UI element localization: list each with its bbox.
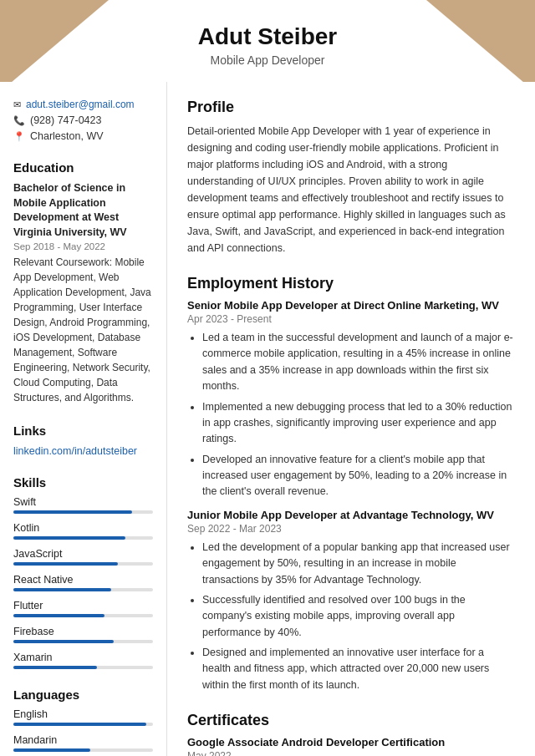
edu-coursework: Relevant Coursework: Mobile App Developm… xyxy=(13,255,153,405)
languages-list: English Mandarin xyxy=(13,708,153,752)
skill-bar-fill xyxy=(13,588,111,591)
contact-section: ✉ adut.steiber@gmail.com 📞 (928) 747-042… xyxy=(13,99,153,142)
job-bullets: Led the development of a popular banking… xyxy=(187,540,515,693)
language-bar-fill xyxy=(13,748,90,752)
skill-bar-fill xyxy=(13,666,97,669)
skill-bar-bg xyxy=(13,562,153,566)
bullet-item: Led a team in the successful development… xyxy=(202,330,515,395)
languages-label: Languages xyxy=(13,688,153,702)
sidebar: ✉ adut.steiber@gmail.com 📞 (928) 747-042… xyxy=(0,82,167,756)
email-item: ✉ adut.steiber@gmail.com xyxy=(13,99,153,110)
skill-name: Firebase xyxy=(13,626,153,637)
cert-date: May 2022 xyxy=(187,750,515,756)
main-layout: ✉ adut.steiber@gmail.com 📞 (928) 747-042… xyxy=(0,82,535,756)
job-bullets: Led a team in the successful development… xyxy=(187,330,515,500)
content: Profile Detail-oriented Mobile App Devel… xyxy=(167,82,535,756)
profile-text: Detail-oriented Mobile App Developer wit… xyxy=(187,123,515,256)
email-icon: ✉ xyxy=(13,99,21,110)
skill-bar-bg xyxy=(13,588,153,591)
language-item: Mandarin xyxy=(13,734,153,752)
edu-degree: Bachelor of Science in Mobile Applicatio… xyxy=(13,181,153,240)
resume-header: Adut Steiber Mobile App Developer xyxy=(0,0,535,82)
job-item: Senior Mobile App Developer at Direct On… xyxy=(187,299,515,500)
skill-bar-bg xyxy=(13,640,153,643)
skill-item: Xamarin xyxy=(13,652,153,669)
bullet-item: Developed an innovative feature for a cl… xyxy=(202,452,515,500)
cert-item: Google Associate Android Developer Certi… xyxy=(187,736,515,756)
coursework-label: Relevant Coursework: xyxy=(13,256,112,268)
email-link[interactable]: adut.steiber@gmail.com xyxy=(26,99,135,110)
bullet-item: Successfully identified and resolved ove… xyxy=(202,592,515,641)
skill-bar-bg xyxy=(13,510,153,514)
skill-name: JavaScript xyxy=(13,548,153,560)
skills-label: Skills xyxy=(13,475,153,490)
certificates-section: Certificates Google Associate Android De… xyxy=(187,712,515,756)
candidate-title: Mobile App Developer xyxy=(17,53,518,67)
language-bar-bg xyxy=(13,723,153,726)
education-label: Education xyxy=(13,160,153,175)
phone-item: 📞 (928) 747-0423 xyxy=(13,114,153,126)
skill-name: Flutter xyxy=(13,600,153,611)
links-label: Links xyxy=(13,424,153,438)
skill-bar-bg xyxy=(13,614,153,617)
skill-item: Swift xyxy=(13,496,153,514)
skill-item: Flutter xyxy=(13,600,153,617)
skill-bar-fill xyxy=(13,510,132,514)
cert-name: Google Associate Android Developer Certi… xyxy=(187,736,515,748)
skill-bar-bg xyxy=(13,666,153,669)
skill-item: React Native xyxy=(13,574,153,591)
language-item: English xyxy=(13,708,153,726)
edu-dates: Sep 2018 - May 2022 xyxy=(13,241,153,251)
employment-label: Employment History xyxy=(187,275,515,292)
location-text: Charleston, WV xyxy=(30,130,104,142)
languages-section: Languages English Mandarin xyxy=(13,688,153,752)
employment-section: Employment History Senior Mobile App Dev… xyxy=(187,275,515,693)
language-bar-fill xyxy=(13,723,146,726)
skills-list: Swift Kotlin JavaScript React Native Flu… xyxy=(13,496,153,669)
education-section: Education Bachelor of Science in Mobile … xyxy=(13,160,153,405)
job-item: Junior Mobile App Developer at Advantage… xyxy=(187,509,515,693)
profile-label: Profile xyxy=(187,99,515,116)
skill-bar-fill xyxy=(13,562,118,566)
skill-name: Xamarin xyxy=(13,652,153,663)
candidate-name: Adut Steiber xyxy=(17,23,518,50)
certs-list: Google Associate Android Developer Certi… xyxy=(187,736,515,756)
skill-bar-fill xyxy=(13,640,114,643)
skill-name: React Native xyxy=(13,574,153,586)
language-bar-bg xyxy=(13,748,153,752)
location-item: 📍 Charleston, WV xyxy=(13,130,153,142)
bullet-item: Led the development of a popular banking… xyxy=(202,540,515,588)
profile-section: Profile Detail-oriented Mobile App Devel… xyxy=(187,99,515,256)
job-title: Senior Mobile App Developer at Direct On… xyxy=(187,299,515,312)
skill-bar-fill xyxy=(13,536,125,540)
job-dates: Sep 2022 - Mar 2023 xyxy=(187,523,515,535)
jobs-list: Senior Mobile App Developer at Direct On… xyxy=(187,299,515,693)
skill-bar-bg xyxy=(13,536,153,540)
phone-icon: 📞 xyxy=(13,115,25,126)
language-name: Mandarin xyxy=(13,734,153,746)
job-dates: Apr 2023 - Present xyxy=(187,313,515,325)
phone-text: (928) 747-0423 xyxy=(30,114,101,126)
language-name: English xyxy=(13,708,153,720)
skills-section: Skills Swift Kotlin JavaScript React Nat… xyxy=(13,475,153,669)
bullet-item: Designed and implemented an innovative u… xyxy=(202,645,515,693)
skill-item: JavaScript xyxy=(13,548,153,566)
location-icon: 📍 xyxy=(13,131,25,142)
skill-name: Swift xyxy=(13,496,153,508)
certificates-label: Certificates xyxy=(187,712,515,729)
links-section: Links linkedin.com/in/adutsteiber xyxy=(13,424,153,457)
skill-bar-fill xyxy=(13,614,104,617)
skill-name: Kotlin xyxy=(13,522,153,534)
linkedin-link[interactable]: linkedin.com/in/adutsteiber xyxy=(13,445,137,457)
job-title: Junior Mobile App Developer at Advantage… xyxy=(187,509,515,521)
coursework-text: Mobile App Development, Web Application … xyxy=(13,256,151,403)
skill-item: Kotlin xyxy=(13,522,153,540)
skill-item: Firebase xyxy=(13,626,153,643)
bullet-item: Implemented a new debugging process that… xyxy=(202,399,515,448)
